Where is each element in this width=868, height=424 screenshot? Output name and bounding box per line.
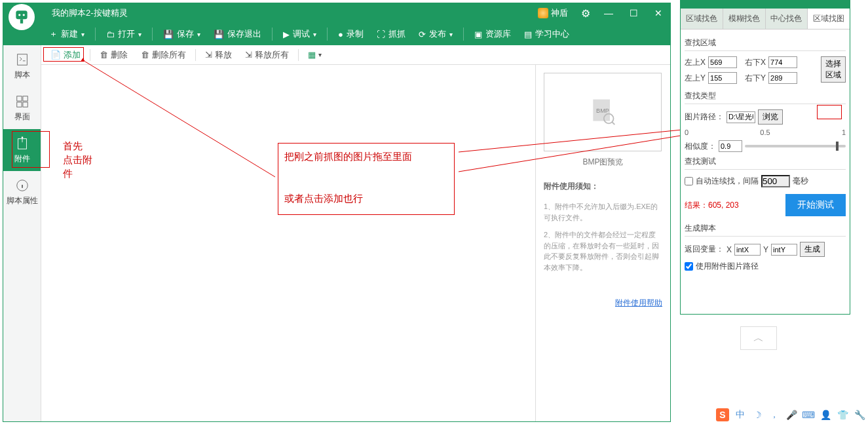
- sidebar-item-script[interactable]: 脚本: [3, 45, 41, 87]
- menu-record[interactable]: ●录制: [333, 26, 369, 43]
- checkbox-autoloop[interactable]: [685, 177, 693, 185]
- menu-save-exit[interactable]: 💾保存退出: [208, 26, 267, 43]
- label-bry: 右下Y: [745, 73, 766, 84]
- anno-or: 或者点击添加也行: [284, 191, 363, 205]
- menu-publish[interactable]: ⟳发布▾: [413, 26, 458, 43]
- notice-1: 1、附件中不允许加入后缀为.EXE的可执行文件。: [544, 201, 662, 223]
- label-useattach: 使用附件图片路径: [696, 261, 759, 272]
- script-icon: [15, 52, 29, 67]
- add-button-highlight: [43, 47, 84, 62]
- menu-resource[interactable]: ▣资源库: [469, 26, 516, 43]
- book-icon: ▤: [524, 29, 532, 39]
- tab-area-image[interactable]: 区域找图: [808, 9, 850, 29]
- app-logo-icon: [9, 4, 35, 30]
- folder-icon: 🗀: [106, 29, 115, 39]
- minimize-button[interactable]: —: [597, 5, 620, 21]
- person-icon[interactable]: 👤: [820, 409, 831, 421]
- save-exit-icon: 💾: [214, 29, 224, 39]
- svg-point-1: [18, 14, 20, 16]
- release-all-icon: ⇲: [245, 50, 252, 60]
- shirt-icon[interactable]: 👕: [837, 409, 848, 421]
- titlebar: 我的脚本2-按键精灵 神盾 ⚙ — ☐ ✕: [3, 3, 670, 23]
- section-test: 查找测试: [685, 156, 846, 170]
- notice-2: 2、附件中的文件都会经过一定程度的压缩，在释放时会有一些延时，因此不要反复释放附…: [544, 229, 662, 273]
- menu-capture[interactable]: ⛶抓抓: [371, 26, 411, 43]
- input-imgpath[interactable]: [726, 111, 755, 123]
- moon-icon[interactable]: ☽: [751, 409, 763, 421]
- input-interval[interactable]: [761, 175, 790, 187]
- plus-icon: ＋: [49, 28, 58, 40]
- start-test-button[interactable]: 开始测试: [785, 194, 846, 216]
- wrench-icon[interactable]: 🔧: [854, 409, 865, 421]
- rw-titlebar: [681, 1, 850, 9]
- shield-icon: [538, 8, 548, 18]
- tb-release[interactable]: ⇲释放: [200, 48, 237, 62]
- svg-rect-7: [16, 102, 21, 106]
- delete-icon: 🗑: [100, 50, 108, 60]
- tab-area-color[interactable]: 区域找色: [681, 9, 723, 29]
- sidebar-item-ui[interactable]: 界面: [3, 87, 41, 129]
- preview-label: BMP图预览: [544, 157, 662, 168]
- tab-center-color[interactable]: 中心找色: [766, 9, 808, 29]
- collapse-chevron[interactable]: ︿: [740, 326, 777, 350]
- anno-drag: 把刚之前抓图的图片拖至里面: [284, 149, 412, 163]
- result-text: 结果：605, 203: [685, 200, 739, 211]
- input-tlx[interactable]: [708, 56, 737, 68]
- shield-badge[interactable]: 神盾: [538, 7, 568, 19]
- comma-icon[interactable]: ，: [768, 409, 780, 421]
- menu-open[interactable]: 🗀打开▾: [101, 26, 147, 43]
- grid-view-icon: ▦: [308, 50, 316, 60]
- menu-learn[interactable]: ▤学习中心: [519, 26, 575, 43]
- browse-button[interactable]: 浏览: [758, 109, 783, 125]
- select-area-button[interactable]: 选择 区域: [821, 56, 846, 83]
- record-icon: ●: [338, 29, 343, 39]
- sidebar-item-props[interactable]: 脚本属性: [3, 171, 41, 213]
- svg-rect-0: [16, 10, 27, 19]
- rw-tabs: 区域找色 模糊找色 中心找色 区域找图: [681, 9, 850, 29]
- label-similarity: 相似度：: [685, 141, 716, 152]
- notice-title: 附件使用须知：: [544, 181, 662, 192]
- settings-icon[interactable]: ⚙: [581, 7, 590, 20]
- section-gen: 生成脚本: [685, 223, 846, 237]
- input-retx[interactable]: [734, 244, 761, 256]
- play-icon: ▶: [283, 29, 290, 39]
- label-imgpath: 图片路径：: [685, 111, 724, 123]
- help-link[interactable]: 附件使用帮助: [615, 298, 662, 309]
- publish-icon: ⟳: [419, 29, 426, 39]
- system-tray: S 中 ☽ ， 🎤 ⌨ 👤 👕 🔧: [716, 408, 865, 421]
- sogou-icon[interactable]: S: [716, 408, 729, 421]
- input-tly[interactable]: [708, 72, 737, 84]
- label-retvar: 返回变量：: [685, 244, 724, 255]
- ime-cn-icon[interactable]: 中: [734, 409, 746, 421]
- bmp-icon: BMP: [588, 97, 617, 128]
- menu-save[interactable]: 💾保存▾: [158, 26, 206, 43]
- input-brx[interactable]: [768, 56, 797, 68]
- tb-delete-all[interactable]: 🗑删除所有: [136, 48, 191, 62]
- tb-delete[interactable]: 🗑删除: [94, 48, 133, 62]
- maximize-button[interactable]: ☐: [622, 5, 645, 21]
- input-bry[interactable]: [768, 72, 797, 84]
- menu-debug[interactable]: ▶调试▾: [278, 26, 322, 43]
- generate-button[interactable]: 生成: [800, 242, 825, 257]
- input-similarity[interactable]: [719, 140, 742, 152]
- input-rety[interactable]: [771, 244, 797, 256]
- mic-icon[interactable]: 🎤: [785, 409, 797, 421]
- tb-release-all[interactable]: ⇲释放所有: [240, 48, 294, 62]
- close-button[interactable]: ✕: [647, 5, 670, 21]
- attach-tab-highlight: [12, 131, 50, 168]
- browse-highlight: [817, 105, 842, 119]
- tab-fuzzy-color[interactable]: 模糊找色: [723, 9, 766, 29]
- attach-toolbar: 📄添加 🗑删除 🗑删除所有 ⇲释放 ⇲释放所有 ▦▾: [41, 45, 670, 65]
- checkbox-useattach[interactable]: [685, 262, 693, 271]
- release-icon: ⇲: [205, 50, 212, 60]
- delete-all-icon: 🗑: [141, 50, 149, 60]
- find-image-panel: 区域找色 模糊找色 中心找色 区域找图 查找区域 左上X 右下X 左上Y 右下Y…: [680, 0, 850, 315]
- similarity-slider[interactable]: [745, 145, 846, 147]
- keyboard-icon[interactable]: ⌨: [802, 409, 814, 421]
- tb-view[interactable]: ▦▾: [303, 48, 327, 61]
- attach-canvas[interactable]: [41, 65, 535, 421]
- grid-icon: [15, 94, 29, 109]
- menu-new[interactable]: ＋新建▾: [44, 26, 90, 43]
- box-icon: ▣: [474, 29, 482, 39]
- section-area: 查找区域: [685, 37, 846, 51]
